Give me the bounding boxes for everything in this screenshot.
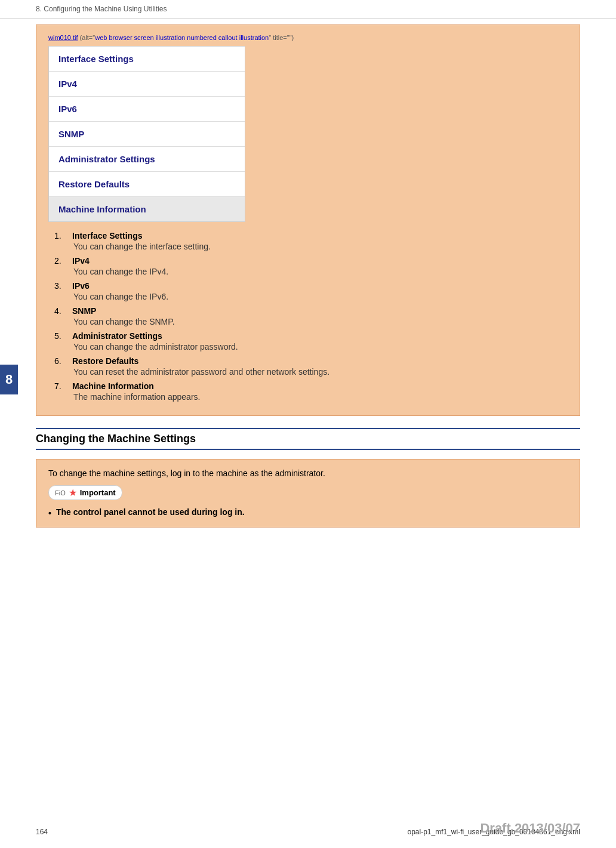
menu-item-2[interactable]: IPv4 xyxy=(49,72,245,97)
list-desc-4: You can change the SNMP. xyxy=(73,317,568,326)
notice-box: To change the machine settings, log in t… xyxy=(36,459,580,528)
bullet-dot: • xyxy=(48,508,51,518)
important-badge: FiO ★ Important xyxy=(48,485,122,500)
draft-watermark: Draft 2013/03/07 xyxy=(480,821,580,836)
list-desc-7: The machine information appears. xyxy=(73,392,568,402)
list-title-1: Interface Settings xyxy=(72,231,142,240)
list-desc-6: You can reset the administrator password… xyxy=(73,367,568,377)
header-text: 8. Configuring the Machine Using Utiliti… xyxy=(36,5,167,13)
section-heading: Changing the Machine Settings xyxy=(36,433,196,445)
list-item-7: 7. Machine Information The machine infor… xyxy=(54,381,568,402)
menu-screenshot: Interface Settings IPv4 IPv6 SNMP Admini… xyxy=(48,46,245,222)
list-item-3: 3. IPv6 You can change the IPv6. xyxy=(54,281,568,301)
list-title-7: Machine Information xyxy=(72,381,154,391)
important-label: Important xyxy=(80,488,116,497)
list-desc-2: You can change the IPv4. xyxy=(73,267,568,276)
list-title-6: Restore Defaults xyxy=(72,356,138,366)
list-desc-1: You can change the interface setting. xyxy=(73,242,568,251)
menu-item-1[interactable]: Interface Settings xyxy=(49,47,245,72)
list-num-1: 1. xyxy=(54,231,72,240)
star-icon: ★ xyxy=(69,487,77,498)
menu-item-3[interactable]: IPv6 xyxy=(49,97,245,122)
list-num-3: 3. xyxy=(54,281,72,291)
list-num-5: 5. xyxy=(54,331,72,341)
info-box: wim010.tif (alt="web browser screen illu… xyxy=(36,24,580,416)
main-content: 8 wim010.tif (alt="web browser screen il… xyxy=(0,18,616,551)
chapter-tab: 8 xyxy=(0,365,18,394)
image-alt-text: web browser screen illustration numbered… xyxy=(95,34,269,41)
list-num-4: 4. xyxy=(54,306,72,316)
image-alt-prefix: (alt=" xyxy=(80,34,96,41)
image-filename-link[interactable]: wim010.tif xyxy=(48,34,78,41)
section-heading-wrapper: Changing the Machine Settings xyxy=(36,428,580,450)
menu-item-6[interactable]: Restore Defaults xyxy=(49,172,245,197)
bullet-item: • The control panel cannot be used durin… xyxy=(48,507,568,518)
list-title-5: Administrator Settings xyxy=(72,331,162,341)
menu-item-5[interactable]: Administrator Settings xyxy=(49,147,245,172)
image-title: " title="") xyxy=(269,34,294,41)
list-item-2: 2. IPv4 You can change the IPv4. xyxy=(54,256,568,276)
list-num-6: 6. xyxy=(54,356,72,366)
list-item-1: 1. Interface Settings You can change the… xyxy=(54,231,568,251)
list-item-6: 6. Restore Defaults You can reset the ad… xyxy=(54,356,568,377)
page-number: 164 xyxy=(36,828,48,836)
list-num-2: 2. xyxy=(54,256,72,266)
image-annotation: wim010.tif (alt="web browser screen illu… xyxy=(48,34,568,41)
list-num-7: 7. xyxy=(54,381,72,391)
list-item-4: 4. SNMP You can change the SNMP. xyxy=(54,306,568,326)
list-title-3: IPv6 xyxy=(72,281,90,291)
bullet-text: The control panel cannot be used during … xyxy=(56,507,245,517)
list-desc-3: You can change the IPv6. xyxy=(73,292,568,301)
page-header: 8. Configuring the Machine Using Utiliti… xyxy=(0,0,616,18)
list-title-4: SNMP xyxy=(72,306,96,316)
list-desc-5: You can change the administrator passwor… xyxy=(73,342,568,351)
menu-item-4[interactable]: SNMP xyxy=(49,122,245,147)
fio-label: FiO xyxy=(55,489,66,497)
list-item-5: 5. Administrator Settings You can change… xyxy=(54,331,568,351)
menu-item-7[interactable]: Machine Information xyxy=(49,197,245,221)
notice-intro: To change the machine settings, log in t… xyxy=(48,468,568,478)
list-title-2: IPv4 xyxy=(72,256,90,266)
numbered-list: 1. Interface Settings You can change the… xyxy=(48,231,568,402)
